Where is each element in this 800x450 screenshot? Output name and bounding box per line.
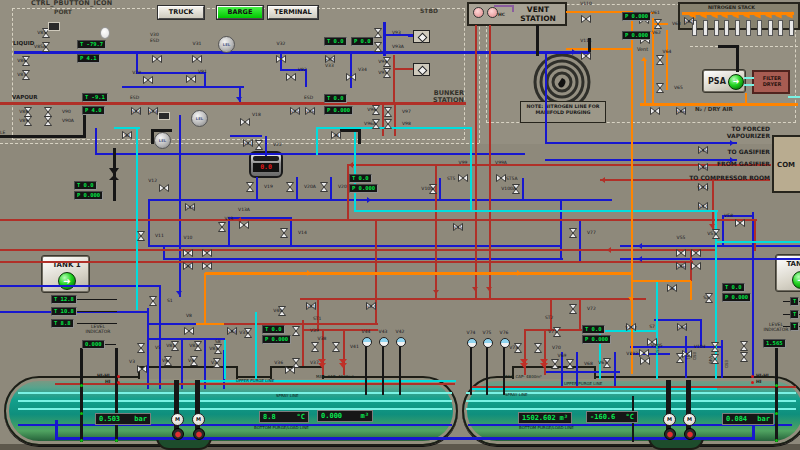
valve-V81[interactable] (178, 341, 186, 351)
valve-V93[interactable] (381, 28, 389, 38)
valve-V36[interactable] (285, 359, 295, 367)
valve-unlabeled[interactable] (202, 255, 212, 263)
valve-S6[interactable] (667, 277, 677, 285)
valve-unlabeled[interactable] (747, 352, 755, 362)
valve-V41[interactable] (339, 342, 347, 352)
valve-V45[interactable] (698, 139, 708, 147)
valve-V85A[interactable] (49, 42, 57, 52)
valve-V11[interactable] (144, 231, 152, 241)
valve-V103[interactable] (640, 350, 650, 358)
valve-S7[interactable] (647, 331, 657, 339)
valve-V68[interactable] (573, 359, 581, 369)
terminal-button[interactable]: TERMINAL (268, 6, 318, 19)
valve-unlabeled[interactable] (691, 242, 701, 250)
psa-button[interactable]: PSA ➜ (703, 70, 745, 92)
pump-motor[interactable]: M (171, 413, 184, 426)
valve-V72[interactable] (576, 304, 584, 314)
valve-V39[interactable] (299, 326, 307, 336)
valve-V5[interactable] (144, 343, 152, 353)
pump-motor[interactable]: M (663, 413, 676, 426)
valve-V84[interactable] (227, 320, 237, 328)
valve-V34[interactable] (346, 66, 356, 74)
valve-V32[interactable] (276, 48, 286, 56)
valve-V87[interactable] (29, 70, 37, 80)
valve-V26[interactable] (305, 100, 315, 108)
valve-V99[interactable] (458, 167, 468, 175)
valve-V102[interactable] (626, 316, 636, 324)
valve-V93A[interactable] (381, 42, 389, 52)
truck-button[interactable]: TRUCK (158, 6, 204, 19)
valve-S4[interactable] (331, 124, 341, 132)
valve-V15[interactable] (453, 216, 463, 224)
valve-V90A[interactable] (51, 116, 59, 126)
valve-V70[interactable] (541, 343, 549, 353)
valve-V58[interactable] (735, 212, 745, 220)
valve-V82[interactable] (201, 341, 209, 351)
valve-V50[interactable] (718, 342, 726, 352)
valve-V14[interactable] (287, 228, 295, 238)
valve-unlabeled[interactable] (691, 255, 701, 263)
valve-V24[interactable] (148, 100, 158, 108)
valve-V64[interactable] (663, 55, 671, 65)
valve-V60[interactable] (684, 10, 694, 18)
valve-V30[interactable] (152, 48, 162, 56)
valve-V100A[interactable] (519, 184, 527, 194)
valve-V73[interactable] (521, 343, 529, 353)
valve-V37[interactable] (299, 358, 307, 368)
valve-V92[interactable] (286, 66, 296, 74)
valve-V94[interactable] (390, 57, 398, 67)
pump-motor[interactable]: M (683, 413, 696, 426)
valve-V95[interactable] (390, 68, 398, 78)
valve-V13A[interactable] (239, 214, 249, 222)
valve-V111[interactable] (581, 45, 591, 53)
valve-V31[interactable] (192, 48, 202, 56)
valve-V100[interactable] (436, 184, 444, 194)
valve-V21[interactable] (243, 132, 253, 140)
valve-S3[interactable] (122, 124, 132, 132)
valve-V69[interactable] (558, 359, 566, 369)
valve-V17[interactable] (698, 195, 708, 203)
valve-V89[interactable] (31, 116, 39, 126)
valve-V99A[interactable] (496, 167, 506, 175)
valve-S2[interactable] (712, 293, 720, 303)
valve-V77[interactable] (576, 228, 584, 238)
tank-2-button[interactable]: TANK 2 ➜ (776, 255, 800, 291)
valve-V71[interactable] (560, 327, 568, 337)
valve-V22[interactable] (262, 140, 270, 150)
valve-V110[interactable] (581, 8, 591, 16)
valve-V57[interactable] (719, 229, 727, 239)
valve-V2[interactable] (220, 358, 228, 368)
valve-V6[interactable] (171, 356, 179, 366)
pump-motor[interactable]: M (192, 413, 205, 426)
barge-button[interactable]: BARGE (217, 6, 263, 19)
valve-V67[interactable] (610, 358, 618, 368)
valve-V55[interactable] (676, 242, 686, 250)
valve-V16[interactable] (185, 196, 195, 204)
valve-V4[interactable] (197, 356, 205, 366)
valve-V8[interactable] (184, 320, 194, 328)
valve-S1[interactable] (156, 296, 164, 306)
valve-V104[interactable] (682, 343, 692, 351)
valve-V22[interactable] (366, 295, 376, 303)
valve-V105[interactable] (639, 342, 649, 350)
valve-V20[interactable] (327, 182, 335, 192)
valve-V83[interactable] (221, 344, 229, 354)
valve-unlabeled[interactable] (202, 242, 212, 250)
valve-V20A[interactable] (293, 182, 301, 192)
valve-V29[interactable] (143, 69, 153, 77)
valve-V86[interactable] (29, 56, 37, 66)
valve-V13[interactable] (225, 222, 233, 232)
valve-V12[interactable] (159, 177, 169, 185)
valve-V10[interactable] (183, 242, 193, 250)
valve-V25[interactable] (290, 100, 300, 108)
valve-V66[interactable] (676, 100, 686, 108)
valve-V21[interactable] (306, 295, 316, 303)
valve-V33[interactable] (325, 48, 335, 56)
valve-V54[interactable] (677, 316, 687, 324)
valve-V35[interactable] (251, 328, 259, 338)
valve-V98[interactable] (391, 119, 399, 129)
valve-V63[interactable] (661, 19, 669, 29)
valve-V65[interactable] (663, 83, 671, 93)
valve-V38[interactable] (318, 342, 326, 352)
valve-V23[interactable] (131, 100, 141, 108)
